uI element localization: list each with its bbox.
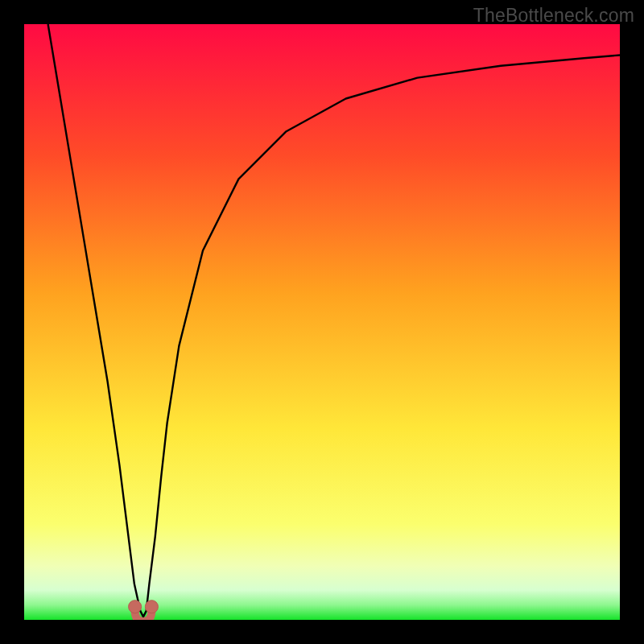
curve-marker-1 bbox=[145, 601, 158, 613]
watermark-text: TheBottleneck.com bbox=[473, 5, 634, 27]
plot-frame bbox=[24, 24, 620, 620]
curve-marker-0 bbox=[129, 601, 142, 613]
bottleneck-curve bbox=[24, 24, 620, 620]
curve-path bbox=[48, 24, 620, 617]
